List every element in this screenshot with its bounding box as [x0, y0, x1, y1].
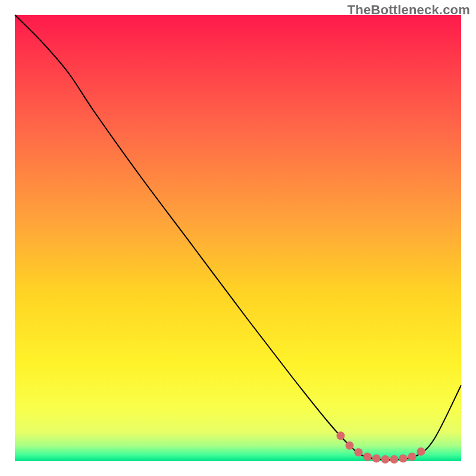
bottleneck-chart [0, 0, 476, 476]
optimal-marker [346, 441, 354, 450]
gradient-background [15, 15, 461, 461]
optimal-marker [399, 455, 408, 463]
optimal-marker [381, 455, 390, 464]
watermark-text: TheBottleneck.com [347, 2, 470, 18]
optimal-marker [417, 447, 425, 456]
optimal-marker [408, 453, 416, 461]
optimal-marker [355, 448, 363, 456]
optimal-marker [337, 431, 345, 440]
optimal-marker [390, 455, 399, 464]
optimal-marker [364, 453, 372, 461]
optimal-marker [372, 455, 381, 463]
